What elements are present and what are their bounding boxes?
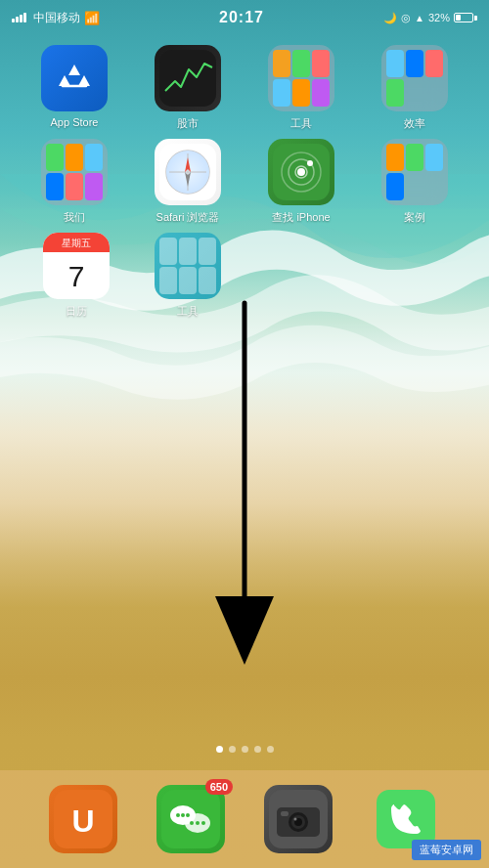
app-safari[interactable]: Safari 浏览器 <box>139 139 237 225</box>
t2-dot-2 <box>179 238 197 265</box>
stocks-label: 股市 <box>177 116 199 131</box>
arrow-annotation <box>176 293 313 665</box>
app-calendar[interactable]: 星期五 7 日历 <box>27 233 125 319</box>
status-bar: 中国移动 📶 20:17 🌙 ◎ ▲ 32% <box>0 0 489 35</box>
camera-icon <box>264 785 333 853</box>
tools2-icon <box>155 233 221 299</box>
tools-folder-grid <box>268 45 334 111</box>
battery-icon <box>454 13 477 22</box>
arrow-icon: ▲ <box>415 13 424 23</box>
folder-dot-3 <box>312 50 330 77</box>
tools-folder-icon <box>268 45 334 111</box>
status-left: 中国移动 📶 <box>12 10 100 26</box>
case-folder-grid <box>381 139 448 205</box>
findmy-label: 查找 iPhone <box>272 210 330 225</box>
status-time: 20:17 <box>219 9 264 26</box>
safari-label: Safari 浏览器 <box>156 210 220 225</box>
svg-point-28 <box>201 821 205 825</box>
battery-percent: 32% <box>428 12 450 23</box>
dock-wechat[interactable]: 650 <box>156 785 225 853</box>
svg-point-34 <box>294 818 297 821</box>
wechat-badge: 650 <box>205 779 233 795</box>
wemen-folder-grid <box>41 139 108 205</box>
uc-svg: U <box>54 790 112 848</box>
app-grid: App Store 股市 工 <box>0 35 489 336</box>
wemen-dot-4 <box>46 173 64 200</box>
app-findmy[interactable]: 查找 iPhone <box>252 139 350 225</box>
folder-dot-2 <box>292 50 310 77</box>
eff-dot-2 <box>406 50 423 77</box>
eff-dot-1 <box>386 50 404 77</box>
efficiency-icon <box>381 45 448 111</box>
calendar-date-container: 7 <box>68 252 85 299</box>
svg-point-14 <box>297 168 305 176</box>
app-stocks[interactable]: 股市 <box>139 45 237 131</box>
folder-dot-5 <box>292 79 310 107</box>
t2-dot-6 <box>199 267 216 294</box>
watermark-text: 蓝莓安卓网 <box>420 844 473 855</box>
page-dot-2[interactable] <box>229 746 236 753</box>
safari-icon <box>155 139 221 205</box>
wemen-dot-2 <box>66 144 83 171</box>
svg-point-27 <box>196 821 200 825</box>
svg-point-24 <box>181 813 185 817</box>
wechat-icon: 650 <box>156 785 225 853</box>
app-wemen[interactable]: 我们 <box>25 139 123 225</box>
appstore-svg <box>55 59 94 98</box>
folder-dot-6 <box>312 79 330 107</box>
wifi-icon: 📶 <box>84 11 100 25</box>
app-case[interactable]: 案例 <box>366 139 464 225</box>
dock-uc[interactable]: U <box>49 785 117 853</box>
calendar-date: 7 <box>68 260 85 292</box>
svg-rect-35 <box>281 811 289 816</box>
wemen-label: 我们 <box>64 210 85 225</box>
eff-dot-3 <box>425 50 443 77</box>
case-label: 案例 <box>404 210 425 225</box>
app-row-1: App Store 股市 工 <box>18 45 471 131</box>
wechat-svg <box>161 790 220 848</box>
calendar-icon: 星期五 7 <box>43 233 110 299</box>
t2-dot-3 <box>199 238 216 265</box>
app-appstore[interactable]: App Store <box>25 45 123 131</box>
page-dot-1[interactable] <box>216 746 223 753</box>
svg-rect-1 <box>159 50 216 107</box>
page-dots <box>0 746 489 753</box>
case-icon <box>381 139 448 205</box>
status-right: 🌙 ◎ ▲ 32% <box>383 12 477 24</box>
folder-dot-1 <box>273 50 290 77</box>
efficiency-folder-grid <box>381 45 448 111</box>
appstore-label: App Store <box>51 116 99 128</box>
case-dot-1 <box>386 144 404 171</box>
page-dot-4[interactable] <box>254 746 261 753</box>
signal-bars <box>12 13 26 22</box>
tools-folder-label: 工具 <box>290 116 312 131</box>
findmy-icon <box>268 139 334 205</box>
camera-svg <box>269 790 328 848</box>
wemen-dot-1 <box>46 144 64 171</box>
svg-point-15 <box>307 160 313 166</box>
svg-point-26 <box>190 821 194 825</box>
case-dot-4 <box>386 173 404 200</box>
efficiency-label: 效率 <box>404 116 425 131</box>
location-icon: ◎ <box>401 12 411 24</box>
svg-point-25 <box>186 813 190 817</box>
watermark: 蓝莓安卓网 <box>412 840 481 860</box>
app-efficiency[interactable]: 效率 <box>366 45 464 131</box>
app-row-2: 我们 <box>18 139 471 225</box>
svg-text:U: U <box>71 803 94 839</box>
stocks-svg <box>159 50 216 107</box>
tools2-folder-grid <box>155 233 221 299</box>
folder-dot-4 <box>273 79 290 107</box>
wemen-dot-5 <box>66 173 83 200</box>
findmy-svg <box>273 144 330 200</box>
stocks-icon <box>155 45 221 111</box>
safari-svg <box>159 144 216 200</box>
t2-dot-1 <box>159 238 177 265</box>
page-dot-5[interactable] <box>267 746 274 753</box>
app-tools-folder[interactable]: 工具 <box>252 45 350 131</box>
page-dot-3[interactable] <box>242 746 248 753</box>
signal-bar-1 <box>12 19 15 22</box>
t2-dot-4 <box>159 267 177 294</box>
dock-camera[interactable] <box>264 785 333 853</box>
case-dot-3 <box>425 144 443 171</box>
